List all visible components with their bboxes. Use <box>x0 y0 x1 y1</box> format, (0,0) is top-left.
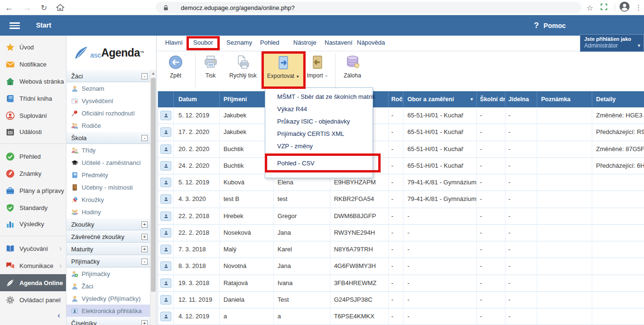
toolbar-button[interactable]: Tisk <box>195 53 225 87</box>
browser-reload-icon[interactable]: ↻ <box>41 0 47 15</box>
table-row[interactable]: 4. 12. 2019 a a T6PSE4KMKX - - - - <box>158 308 644 325</box>
start-label[interactable]: Start <box>36 15 51 36</box>
tree-item[interactable]: Seznam <box>66 82 150 95</box>
sidebar-item[interactable]: Výsledky <box>0 216 66 236</box>
col-header-jidelna[interactable]: Jídelna <box>505 91 537 107</box>
tree-toggle-box[interactable]: + <box>141 246 148 252</box>
tree-item[interactable]: Oficiální rozhodnutí <box>66 107 150 119</box>
sidebar-item[interactable]: Vyučování › <box>0 240 66 257</box>
table-row[interactable]: 22. 2. 2018 Noseková Jana RW3YNE294H - -… <box>158 225 644 241</box>
menu-item[interactable]: Nápověda <box>357 39 385 46</box>
browser-forward-icon[interactable]: → <box>23 0 31 15</box>
scrollbar-thumb[interactable] <box>151 78 156 292</box>
hamburger-menu-icon[interactable] <box>9 22 20 29</box>
table-row[interactable]: 17. 2. 2020 Jakubek - 65-51-H/01 - Kucha… <box>158 124 644 141</box>
browser-home-icon[interactable] <box>56 0 65 15</box>
tree-item[interactable]: Předměty <box>66 169 150 181</box>
table-row[interactable]: 12. 11. 2019 Daniela Test G24PSJP38C - -… <box>158 292 644 308</box>
tree-scrollbar[interactable]: ▲ <box>150 70 156 325</box>
row-detail-button[interactable] <box>160 278 171 288</box>
filter-caret-icon[interactable]: ▼ <box>469 91 474 107</box>
tree-item[interactable]: Rodiče <box>66 119 150 132</box>
table-row[interactable]: 22. 2. 2018 Hrebek Gregor DWM6B8JGFP - -… <box>158 208 644 225</box>
toolbar-button[interactable]: Záloha <box>335 53 369 87</box>
export-menu-item[interactable]: Výkaz R44 <box>265 103 373 115</box>
collapse-sidebar-chevron[interactable]: ‹ <box>57 311 60 320</box>
browser-menu-icon[interactable]: ⋮ <box>635 3 642 12</box>
tree-item[interactable]: Číselníky + <box>66 317 150 325</box>
toolbar-button[interactable]: Zpět <box>160 53 191 87</box>
sidebar-item[interactable]: Třídní kniha <box>0 90 66 107</box>
tree-item[interactable]: Závěrečné zkoušky + <box>66 230 150 243</box>
sidebar-item[interactable]: Notifikace <box>0 56 66 73</box>
toolbar-button[interactable]: Rychlý tisk <box>225 53 261 87</box>
table-row[interactable]: 20. 2. 2020 Buchtik - 65-51-H/01 - Kucha… <box>158 141 644 158</box>
tree-item[interactable]: Vysvědčení <box>66 95 150 107</box>
row-detail-button[interactable] <box>160 111 171 120</box>
col-header-rocnik[interactable]: Ročník <box>389 91 404 107</box>
sidebar-item[interactable]: Úvod <box>0 38 66 56</box>
menu-item[interactable]: Pohled <box>260 39 279 46</box>
tree-item[interactable]: Přijímačky <box>66 268 150 280</box>
export-menu-item[interactable]: MŠMT - Sběr dat ze školních matrik <box>265 91 373 103</box>
sidebar-item[interactable]: Komunikace › <box>0 257 66 274</box>
tree-item[interactable]: Škola - <box>66 132 150 144</box>
export-menu-item[interactable]: Průkazy ISIC - objednávky <box>265 115 373 128</box>
tree-item[interactable]: Přijímačky - <box>66 255 150 268</box>
row-detail-button[interactable] <box>160 161 171 171</box>
row-detail-button[interactable] <box>160 261 171 271</box>
menu-item[interactable]: Nástroje <box>293 39 316 46</box>
user-menu[interactable]: Jste přihlášen jako Administrátor ▼ <box>580 34 644 52</box>
sidebar-item[interactable]: Známky <box>0 165 66 182</box>
tree-toggle-box[interactable]: - <box>141 135 148 141</box>
tree-item[interactable]: Zkoušky + <box>66 218 150 230</box>
tree-item[interactable]: Hodiny <box>66 206 150 218</box>
tree-toggle-box[interactable]: + <box>141 320 148 325</box>
tree-toggle-box[interactable]: - <box>141 73 148 79</box>
col-header-datum[interactable]: Datum <box>174 91 220 107</box>
row-detail-button[interactable] <box>160 127 171 137</box>
sidebar-item[interactable]: Ovládací panel <box>0 291 66 308</box>
export-menu-item[interactable]: VZP - změny <box>265 140 373 153</box>
browser-back-icon[interactable]: ← <box>5 0 13 15</box>
tree-item[interactable]: Maturity + <box>66 243 150 255</box>
menu-item[interactable]: Seznamy <box>226 39 252 46</box>
sidebar-item[interactable]: Plány a přípravy <box>0 182 66 199</box>
row-detail-button[interactable] <box>160 211 171 221</box>
col-header-obor[interactable]: Obor a zaměření ▼ <box>403 91 477 107</box>
tree-item[interactable]: Učebny - místnosti <box>66 181 150 193</box>
tree-item[interactable]: Kroužky <box>66 193 150 206</box>
row-detail-button[interactable] <box>160 295 171 305</box>
table-row[interactable]: 7. 3. 2018 Malý Karel N8Y6A79TRH - - - - <box>158 241 644 258</box>
tree-item[interactable]: Žáci - <box>66 70 150 82</box>
col-header-detaily[interactable]: Detaily <box>592 91 644 107</box>
scroll-up-icon[interactable]: ▲ <box>150 70 156 77</box>
row-detail-button[interactable] <box>160 245 171 254</box>
fullscreen-extension-icon[interactable] <box>600 3 608 13</box>
sidebar-item[interactable]: Webová stránka <box>0 73 66 90</box>
table-row[interactable]: 5. 12. 2019 Kubová Elena E9HBYHZAPM - 79… <box>158 174 644 191</box>
menu-item[interactable]: Nastavení <box>325 39 353 46</box>
row-detail-button[interactable] <box>160 178 171 187</box>
table-row[interactable]: 8. 3. 2018 Novotná Jana 4G6FW8MY3H - - -… <box>158 258 644 275</box>
sidebar-item[interactable]: Události <box>0 124 66 144</box>
sidebar-item[interactable]: Suplování <box>0 107 66 124</box>
export-menu-item[interactable]: Prijímačky CERTIS XML <box>265 128 373 140</box>
bookmark-star-icon[interactable]: ☆ <box>587 3 593 12</box>
tree-toggle-box[interactable]: - <box>141 258 148 265</box>
row-detail-button[interactable] <box>160 312 171 321</box>
row-detail-button[interactable] <box>160 194 171 204</box>
tree-item[interactable]: Žáci <box>66 280 150 292</box>
tree-toggle-box[interactable]: + <box>141 221 148 228</box>
tree-item[interactable]: Učitelé - zaměstnanci <box>66 156 150 169</box>
export-menu-item[interactable]: Pohled - CSV <box>265 157 373 170</box>
sidebar-item[interactable]: Agenda Online <box>0 274 66 291</box>
tree-item[interactable]: Výsledky (Přijímačky) <box>66 292 150 305</box>
profile-icon[interactable] <box>619 1 630 14</box>
table-row[interactable]: 19. 3. 2018 Ratajová Ivana 3FB4HREWMZ - … <box>158 275 644 292</box>
tree-toggle-box[interactable]: + <box>141 234 148 240</box>
table-row[interactable]: 24. 2. 2020 Buchtik - 65-51-H/01 - Kucha… <box>158 158 644 174</box>
tree-item[interactable]: Elektronická přihláška <box>66 305 150 317</box>
menu-item[interactable]: Hlavní <box>165 39 183 46</box>
col-header-skolni[interactable]: Školní dru <box>477 91 505 107</box>
